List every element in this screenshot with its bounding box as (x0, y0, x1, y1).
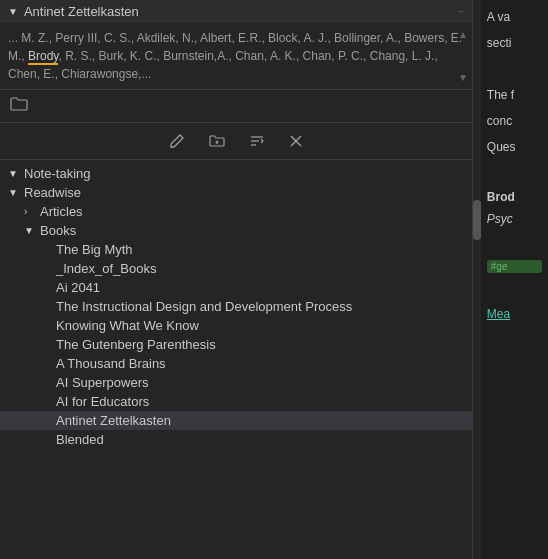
tree-item-gutenberg[interactable]: The Gutenberg Parenthesis (0, 335, 472, 354)
scroll-down-icon[interactable]: ▼ (458, 70, 468, 85)
tree-container[interactable]: ▼ Note-taking ▼ Readwise › Articles ▼ Bo… (0, 160, 472, 559)
highlighted-author: Brody (28, 49, 58, 65)
thousand-label: A Thousand Brains (56, 356, 166, 371)
gutenberg-label: The Gutenberg Parenthesis (56, 337, 216, 352)
right-panel: A va secti The f conc Ques Brod Psyc #ge… (481, 0, 548, 559)
right-link[interactable]: Mea (487, 307, 542, 321)
index-label: _Index_of_Books (56, 261, 156, 276)
authors-box: ▲ ... M. Z., Perry III, C. S., Akdilek, … (0, 23, 472, 89)
tree-item-readwise[interactable]: ▼ Readwise (0, 183, 472, 202)
right-text-4: conc (487, 112, 542, 130)
antinet-label: Antinet Zettelkasten (56, 413, 171, 428)
add-folder-button[interactable] (205, 131, 229, 151)
right-author-italic: Psyc (487, 212, 542, 226)
tree-item-knowing[interactable]: Knowing What We Know (0, 316, 472, 335)
toolbar (0, 123, 472, 160)
scroll-indicator: − (458, 6, 464, 17)
articles-chevron: › (24, 206, 36, 217)
right-text-3: The f (487, 86, 542, 104)
tree-item-ai-2041[interactable]: Ai 2041 (0, 278, 472, 297)
readwise-label: Readwise (24, 185, 81, 200)
books-label: Books (40, 223, 76, 238)
scrollbar-track[interactable] (473, 0, 481, 559)
knowing-label: Knowing What We Know (56, 318, 199, 333)
instructional-label: The Instructional Design and Development… (56, 299, 352, 314)
edit-button[interactable] (165, 131, 189, 151)
tree-item-ai-superpowers[interactable]: AI Superpowers (0, 373, 472, 392)
tree-item-books[interactable]: ▼ Books (0, 221, 472, 240)
sort-button[interactable] (245, 131, 269, 151)
tree-item-the-big-myth[interactable]: The Big Myth (0, 240, 472, 259)
tree-item-instructional[interactable]: The Instructional Design and Development… (0, 297, 472, 316)
title-chevron-icon: ▼ (8, 6, 18, 17)
right-tag-badge[interactable]: #ge (487, 260, 542, 273)
tree-item-thousand-brains[interactable]: A Thousand Brains (0, 354, 472, 373)
note-taking-chevron: ▼ (8, 168, 20, 179)
top-section: ▼ Antinet Zettelkasten − ▲ ... M. Z., Pe… (0, 0, 472, 90)
blended-label: Blended (56, 432, 104, 447)
big-myth-label: The Big Myth (56, 242, 133, 257)
articles-label: Articles (40, 204, 83, 219)
ai2041-label: Ai 2041 (56, 280, 100, 295)
right-text-1: A va (487, 8, 542, 26)
right-text-5: Ques (487, 138, 542, 156)
tree-item-antinet[interactable]: Antinet Zettelkasten (0, 411, 472, 430)
tree-item-index-of-books[interactable]: _Index_of_Books (0, 259, 472, 278)
tree-item-articles[interactable]: › Articles (0, 202, 472, 221)
left-panel: ▼ Antinet Zettelkasten − ▲ ... M. Z., Pe… (0, 0, 473, 559)
folder-row (0, 90, 472, 123)
authors-text-after: , R. S., Burk, K. C., Burnstein,A., Chan… (8, 49, 438, 81)
right-text-2: secti (487, 34, 542, 52)
readwise-chevron: ▼ (8, 187, 20, 198)
scroll-up-icon[interactable]: ▲ (458, 27, 468, 42)
note-title: Antinet Zettelkasten (24, 4, 458, 19)
tree-item-blended[interactable]: Blended (0, 430, 472, 449)
tree-item-note-taking[interactable]: ▼ Note-taking (0, 164, 472, 183)
folder-button[interactable] (8, 94, 30, 118)
right-author-bold: Brod (487, 190, 542, 204)
scrollbar-thumb[interactable] (473, 200, 481, 240)
books-chevron: ▼ (24, 225, 36, 236)
superpowers-label: AI Superpowers (56, 375, 149, 390)
educators-label: AI for Educators (56, 394, 149, 409)
note-taking-label: Note-taking (24, 166, 90, 181)
tree-item-ai-educators[interactable]: AI for Educators (0, 392, 472, 411)
close-button[interactable] (285, 132, 307, 150)
title-row[interactable]: ▼ Antinet Zettelkasten − (0, 0, 472, 23)
